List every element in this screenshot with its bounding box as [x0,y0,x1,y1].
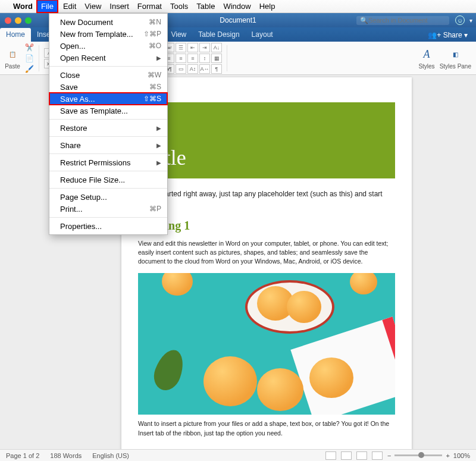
paragraph-1[interactable]: View and edit this newsletter in Word on… [138,239,395,266]
share-button[interactable]: 👥+ Share ▾ [425,29,470,42]
menu-item-save-as[interactable]: Save As...⇧⌘S [49,93,167,105]
zoom-in-icon[interactable]: + [446,452,449,459]
peach-shape [203,356,257,406]
zoom-value[interactable]: 100% [453,452,470,459]
menu-shortcut: ⌘W [148,71,161,79]
menu-item-reduce-file-size[interactable]: Reduce File Size... [49,174,167,186]
tab-home[interactable]: Home [0,28,31,42]
submenu-arrow-icon: ▶ [156,125,161,131]
menu-separator [49,153,167,154]
menu-item-page-setup[interactable]: Page Setup... [49,191,167,203]
menu-separator [49,217,167,218]
tab-view[interactable]: View [165,28,192,42]
menu-item-label: Properties... [60,222,102,231]
menu-item-print[interactable]: Print...⌘P [49,203,167,215]
file-menu-dropdown: New Document⌘NNew from Template...⇧⌘POpe… [49,13,168,235]
styles-group[interactable]: A Styles [418,46,434,70]
styles-pane-group[interactable]: ◧ Styles Pane [440,47,471,70]
menu-help[interactable]: Help [259,2,275,11]
menu-item-properties[interactable]: Properties... [49,220,167,232]
paragraph-2[interactable]: Want to insert a picture from your files… [138,419,395,437]
menu-tools[interactable]: Tools [170,2,188,11]
zoom-control[interactable]: − + 100% [387,452,470,459]
menu-item-label: Open... [60,42,86,51]
sort-icon[interactable]: A↓ [211,43,222,52]
menu-edit[interactable]: Edit [63,2,76,11]
mac-menubar: Word File Edit View Insert Format Tools … [0,0,476,13]
chevron-down-icon[interactable]: ▾ [469,17,472,24]
menu-item-label: Restore [60,124,87,133]
submenu-arrow-icon: ▶ [156,159,161,166]
close-window-icon[interactable] [5,17,11,24]
menu-item-label: New Document [60,18,113,27]
align-right-icon[interactable]: ≡ [176,54,186,63]
help-icon[interactable]: ☺ [455,15,465,25]
menu-item-share[interactable]: Share▶ [49,139,167,151]
menu-view[interactable]: View [84,2,101,11]
style-btn[interactable]: A↕ [187,64,198,74]
zoom-out-icon[interactable]: − [387,452,391,459]
separator [39,45,39,71]
menu-item-new-document[interactable]: New Document⌘N [49,16,167,28]
indent-right-icon[interactable]: ⇥ [199,43,210,52]
language-indicator[interactable]: English (US) [92,452,129,459]
heading-1[interactable]: Heading 1 [138,217,395,234]
word-count[interactable]: 188 Words [50,452,82,459]
cut-icon[interactable]: ✂️ [25,43,34,52]
menu-table[interactable]: Table [196,2,215,11]
border-icon[interactable]: ▭ [176,64,186,74]
menu-shortcut: ⌘S [149,83,161,91]
style-btn[interactable]: A↔ [199,64,210,74]
show-marks-icon[interactable]: ¶ [211,64,222,74]
menu-item-close[interactable]: Close⌘W [49,69,167,81]
shading-icon[interactable]: ▦ [211,54,222,63]
menu-item-open[interactable]: Open...⌘O [49,40,167,52]
image-placeholder[interactable] [138,273,395,415]
intro-paragraph[interactable]: To get started right away, just tap any … [138,189,395,210]
page-indicator[interactable]: Page 1 of 2 [6,452,39,459]
menu-item-restrict-permissions[interactable]: Restrict Permissions▶ [49,156,167,168]
menu-window[interactable]: Window [223,2,250,11]
styles-label: Styles [418,63,434,70]
view-print-icon[interactable] [325,451,336,460]
menu-format[interactable]: Format [137,2,162,11]
line-spacing-icon[interactable]: ↕ [199,54,210,63]
menu-item-save-as-template[interactable]: Save as Template... [49,105,167,117]
menu-item-label: Reduce File Size... [60,175,125,184]
fullscreen-window-icon[interactable] [25,17,32,24]
menu-item-label: Restrict Permissions [60,158,130,167]
tab-table-design[interactable]: Table Design [192,28,245,42]
menu-shortcut: ⌘P [149,205,161,213]
menu-item-open-recent[interactable]: Open Recent▶ [49,52,167,64]
app-name[interactable]: Word [13,2,33,11]
justify-icon[interactable]: ≡ [187,54,198,63]
menu-item-restore[interactable]: Restore▶ [49,122,167,134]
submenu-arrow-icon: ▶ [156,142,161,149]
menu-insert[interactable]: Insert [109,2,129,11]
styles-pane-label: Styles Pane [440,64,471,70]
tab-layout[interactable]: Layout [246,28,279,42]
search-icon: 🔍 [360,17,368,24]
menu-file[interactable]: File [36,0,58,13]
search-input[interactable] [368,17,446,24]
minimize-window-icon[interactable] [15,17,21,24]
title-block[interactable]: Title [138,102,395,178]
view-web-icon[interactable] [341,451,352,460]
paste-group[interactable]: 📋 Paste [5,46,20,70]
search-box[interactable]: 🔍 [356,16,449,25]
menu-item-save[interactable]: Save⌘S [49,81,167,93]
format-painter-icon[interactable]: 🖌️ [25,65,34,73]
menu-separator [49,136,167,137]
copy-icon[interactable]: 📄 [25,54,34,62]
peach-shape [162,273,193,296]
peach-shape [257,368,303,411]
view-draft-icon[interactable] [372,451,383,460]
zoom-slider[interactable] [394,454,442,456]
menu-item-label: Print... [60,205,83,214]
paste-label: Paste [5,63,20,70]
indent-left-icon[interactable]: ⇤ [187,43,198,52]
menu-item-new-from-template[interactable]: New from Template...⇧⌘P [49,28,167,40]
traffic-lights [5,17,32,24]
multilevel-icon[interactable]: ☰ [176,43,186,52]
view-outline-icon[interactable] [356,451,367,460]
